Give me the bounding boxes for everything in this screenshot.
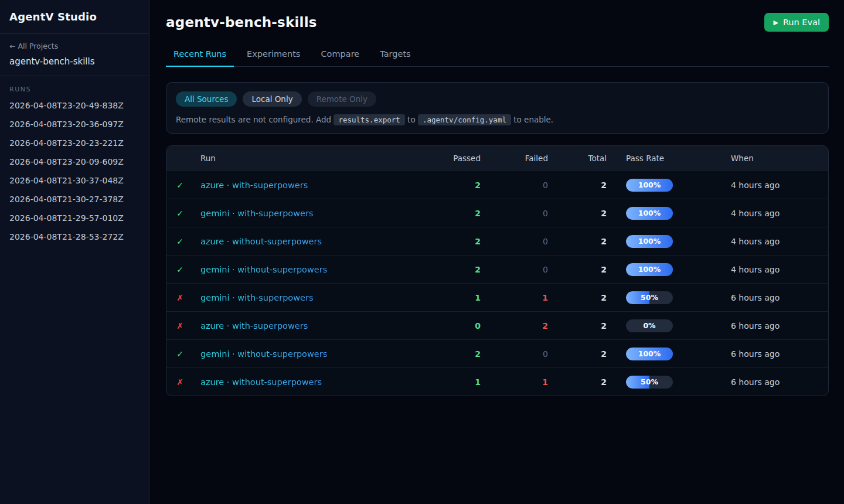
failed-value: 2 (481, 321, 548, 331)
pass-rate-label: 100% (626, 263, 673, 276)
pass-rate-pill: 50% (626, 376, 673, 389)
status-cell: ✓ (166, 181, 193, 190)
tab[interactable]: Recent Runs (166, 49, 234, 67)
code-chip-config-yaml: .agentv/config.yaml (418, 114, 511, 125)
failed-value: 0 (481, 209, 548, 218)
total-value: 2 (548, 181, 607, 190)
sidebar-run-item[interactable]: 2026-04-08T23-20-49-838Z (0, 96, 149, 115)
failed-value: 1 (481, 293, 548, 302)
run-cell: azure · with-superpowers (193, 321, 431, 331)
run-link[interactable]: azure · with-superpowers (200, 321, 308, 331)
sidebar-run-item[interactable]: 2026-04-08T23-20-09-609Z (0, 152, 149, 171)
status-icon: ✓ (176, 209, 183, 218)
run-link[interactable]: azure · without-superpowers (200, 237, 322, 246)
passed-value: 2 (431, 181, 481, 190)
source-filter-chips: All Sources Local Only Remote Only (176, 91, 819, 107)
play-icon: ▶ (773, 19, 778, 26)
pass-rate-label: 100% (626, 348, 673, 360)
when-value: 6 hours ago (731, 377, 828, 387)
pass-rate-cell: 100% (607, 348, 731, 360)
runs-table: Run Passed Failed Total Pass Rate When ✓… (166, 145, 829, 396)
pass-rate-cell: 100% (607, 207, 731, 220)
source-filter-chip[interactable]: Local Only (243, 91, 301, 107)
when-value: 4 hours ago (731, 209, 828, 218)
table-row[interactable]: ✓ gemini · without-superpowers 2 0 2 100… (166, 339, 828, 367)
pass-rate-pill: 100% (626, 263, 673, 276)
runs-section-label: RUNS (0, 76, 149, 96)
total-value: 2 (548, 209, 607, 218)
column-header-when: When (731, 154, 828, 163)
when-value: 4 hours ago (731, 265, 828, 274)
sidebar-project-name: agentv-bench-skills (9, 56, 139, 67)
notice-text: to (407, 115, 416, 124)
table-header-row: Run Passed Failed Total Pass Rate When (166, 146, 828, 171)
run-link[interactable]: gemini · with-superpowers (200, 293, 314, 302)
tab[interactable]: Targets (372, 49, 418, 66)
remote-config-notice: Remote results are not configured. Add r… (176, 115, 819, 124)
source-filter-chip[interactable]: All Sources (176, 91, 237, 107)
page-title: agentv-bench-skills (166, 15, 317, 30)
table-row[interactable]: ✓ gemini · with-superpowers 2 0 2 100% 4… (166, 199, 828, 227)
pass-rate-label: 50% (626, 376, 673, 389)
total-value: 2 (548, 265, 607, 274)
passed-value: 1 (431, 377, 481, 387)
status-icon: ✓ (176, 349, 183, 359)
back-to-projects-link[interactable]: ← All Projects (9, 42, 139, 50)
total-value: 2 (548, 377, 607, 387)
pass-rate-label: 0% (626, 319, 673, 332)
sidebar-run-item[interactable]: 2026-04-08T23-20-36-097Z (0, 115, 149, 134)
passed-value: 1 (431, 293, 481, 302)
table-row[interactable]: ✓ azure · with-superpowers 2 0 2 100% 4 … (166, 171, 828, 199)
tab[interactable]: Compare (313, 49, 367, 66)
sidebar-run-item[interactable]: 2026-04-08T23-20-23-221Z (0, 134, 149, 152)
run-cell: gemini · with-superpowers (193, 293, 431, 302)
table-row[interactable]: ✓ gemini · without-superpowers 2 0 2 100… (166, 255, 828, 283)
sidebar-run-item[interactable]: 2026-04-08T21-30-27-378Z (0, 190, 149, 209)
run-link[interactable]: gemini · with-superpowers (200, 209, 314, 218)
run-link[interactable]: azure · with-superpowers (200, 181, 308, 190)
page-header: agentv-bench-skills ▶ Run Eval (166, 0, 829, 32)
column-header-failed: Failed (481, 154, 548, 163)
table-row[interactable]: ✗ gemini · with-superpowers 1 1 2 50% 6 … (166, 283, 828, 311)
app-title: AgentV Studio (0, 0, 149, 34)
failed-value: 0 (481, 265, 548, 274)
table-row[interactable]: ✗ azure · with-superpowers 0 2 2 0% 6 ho… (166, 311, 828, 339)
run-link[interactable]: azure · without-superpowers (200, 377, 322, 387)
failed-value: 1 (481, 377, 548, 387)
source-filter-card: All Sources Local Only Remote Only Remot… (166, 82, 829, 134)
status-icon: ✗ (176, 377, 183, 387)
failed-value: 0 (481, 181, 548, 190)
sidebar-run-item[interactable]: 2026-04-08T21-28-53-272Z (0, 227, 149, 246)
failed-value: 0 (481, 349, 548, 359)
run-link[interactable]: gemini · without-superpowers (200, 349, 327, 359)
column-header-total: Total (548, 154, 607, 163)
pass-rate-label: 100% (626, 179, 673, 192)
column-header-passed: Passed (431, 154, 481, 163)
passed-value: 2 (431, 209, 481, 218)
run-cell: azure · without-superpowers (193, 237, 431, 246)
pass-rate-cell: 0% (607, 319, 731, 332)
pass-rate-pill: 100% (626, 235, 673, 248)
pass-rate-cell: 50% (607, 291, 731, 304)
status-icon: ✗ (176, 293, 183, 302)
status-cell: ✗ (166, 293, 193, 302)
sidebar: AgentV Studio ← All Projects agentv-benc… (0, 0, 149, 504)
code-chip-results-export: results.export (333, 114, 404, 125)
sidebar-run-item[interactable]: 2026-04-08T21-29-57-010Z (0, 209, 149, 227)
tab[interactable]: Experiments (239, 49, 308, 66)
when-value: 6 hours ago (731, 293, 828, 302)
run-eval-button[interactable]: ▶ Run Eval (764, 13, 829, 32)
table-row[interactable]: ✗ azure · without-superpowers 1 1 2 50% … (166, 367, 828, 396)
table-row[interactable]: ✓ azure · without-superpowers 2 0 2 100%… (166, 227, 828, 255)
status-icon: ✓ (176, 265, 183, 274)
notice-text: Remote results are not configured. Add (176, 115, 331, 124)
sidebar-run-item[interactable]: 2026-04-08T21-30-37-048Z (0, 171, 149, 190)
status-icon: ✓ (176, 181, 183, 190)
total-value: 2 (548, 237, 607, 246)
when-value: 4 hours ago (731, 237, 828, 246)
passed-value: 2 (431, 349, 481, 359)
run-link[interactable]: gemini · without-superpowers (200, 265, 327, 274)
pass-rate-cell: 50% (607, 376, 731, 389)
when-value: 6 hours ago (731, 349, 828, 359)
source-filter-chip[interactable]: Remote Only (308, 91, 376, 107)
